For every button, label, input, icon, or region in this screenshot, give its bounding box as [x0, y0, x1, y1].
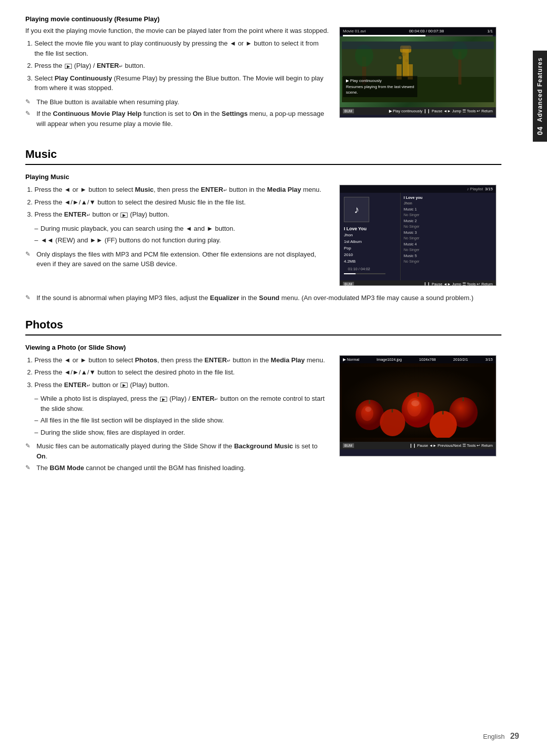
svg-rect-13 — [342, 41, 494, 49]
photo-bum-label: BUM — [343, 443, 356, 448]
music-year: 2010 — [344, 252, 396, 259]
music-step-1: Press the ◄ or ► button to select Music,… — [34, 185, 329, 195]
photos-screen-mock: ▶ Normal Image1024.jpg 1024x768 2010/2/1… — [339, 355, 496, 456]
movie-top-bar: Movie 01.avi 00:04:03 / 00:07:38 1/1 — [340, 27, 496, 35]
movie-step-2: Press the ▶ (Play) / ENTER↵ button. — [34, 61, 329, 71]
movie-bottom-bar: BUM ▶ Play continuously ❙❙ Pause ◄► Jump… — [340, 107, 496, 115]
photo-top-bar: ▶ Normal Image1024.jpg 1024x768 2010/2/1… — [340, 356, 496, 363]
movie-step-1: Select the movie file you want to play c… — [34, 38, 329, 58]
movie-subsection-heading: Playing movie continuously (Resume Play) — [25, 15, 501, 23]
photo-date: 2010/2/1 — [453, 357, 468, 362]
photos-step-1: Press the ◄ or ► button to select Photos… — [34, 355, 329, 365]
svg-rect-24 — [392, 409, 393, 412]
movie-overlay-line2: Resumes playing from the last viewed — [346, 84, 414, 90]
photos-section-heading: Photos — [25, 318, 501, 335]
footer-language: English — [483, 733, 505, 740]
svg-point-28 — [365, 407, 371, 412]
photo-resolution: 1024x768 — [419, 357, 436, 362]
music-dash-1: During music playback, you can search us… — [25, 224, 329, 234]
music-artist: Jhon — [344, 232, 396, 239]
movie-note-1: The Blue button is available when resumi… — [25, 97, 329, 107]
music-progress: 01:10 / 04:02 — [344, 265, 396, 273]
music-top-bar: ♪ Playlist 3/15 — [340, 185, 496, 193]
photos-note-2: The BGM Mode cannot be changed until the… — [25, 463, 329, 473]
music-info: I Love You Jhon 1st Album Pop 2010 4.2MB — [344, 225, 396, 265]
photo-bottom-bar: BUM ❙❙ Pause ◄► Previous/Next ☰ Tools ↩ … — [340, 442, 496, 449]
music-count: 3/15 — [485, 187, 493, 191]
photo-screen-inner — [340, 363, 496, 442]
movie-notes-list: The Blue button is available when resumi… — [25, 97, 329, 129]
svg-rect-26 — [442, 411, 444, 414]
svg-rect-20 — [417, 392, 419, 397]
music-section: Music Playing Music Press the ◄ or ► but… — [25, 148, 501, 303]
svg-point-27 — [411, 400, 419, 406]
movie-screen-inner: ▶ Play continuously Resumes playing from… — [340, 36, 496, 107]
photos-text-col: Press the ◄ or ► button to select Photos… — [25, 355, 329, 477]
movie-overlay-line1: ▶ Play continuously — [346, 78, 414, 83]
music-controls: ❙❙ Pause ◄► Jump ☰ Tools ↩ Return — [423, 282, 493, 286]
movie-note-2: If the Continuous Movie Play Help functi… — [25, 109, 329, 129]
photos-note-1: Music files can be automatically played … — [25, 441, 329, 461]
movie-overlay: ▶ Play continuously Resumes playing from… — [343, 76, 417, 97]
music-full-note: If the sound is abnormal when playing MP… — [25, 293, 501, 303]
music-left-panel: ♪ I Love You Jhon 1st Album Pop 2010 4.2… — [340, 193, 401, 280]
movie-section: Playing movie continuously (Resume Play)… — [25, 15, 501, 133]
movie-controls: ▶ Play continuously ❙❙ Pause ◄► Jump ☰ T… — [389, 109, 493, 113]
music-step-3: Press the ENTER↵ button or ▶ (Play) butt… — [34, 209, 329, 220]
main-content: Playing movie continuously (Resume Play)… — [0, 0, 527, 499]
music-subsection-heading: Playing Music — [25, 173, 501, 181]
photos-steps-list: Press the ◄ or ► button to select Photos… — [25, 355, 329, 390]
music-content: ♪ I Love You Jhon 1st Album Pop 2010 4.2… — [340, 193, 496, 280]
music-section-heading: Music — [25, 148, 501, 165]
photo-scene-svg — [342, 367, 494, 438]
music-bottom-bar: BUM ❙❙ Pause ◄► Jump ☰ Tools ↩ Return — [340, 280, 496, 286]
playlist-item-2: Music 1No Singer — [404, 206, 493, 218]
movie-filename: Movie 01.avi — [343, 29, 366, 33]
music-dash-2: ◄◄ (REW) and ►► (FF) buttons do not func… — [25, 235, 329, 245]
playlist-item-6: Music 5No Singer — [404, 253, 493, 265]
photos-screen-col: ▶ Normal Image1024.jpg 1024x768 2010/2/1… — [339, 355, 501, 477]
music-notes-list: Only displays the files with MP3 and PCM… — [25, 249, 329, 269]
music-note-1: Only displays the files with MP3 and PCM… — [25, 249, 329, 269]
svg-point-8 — [399, 56, 402, 59]
playlist-item-4: Music 3No Singer — [404, 230, 493, 241]
photos-step-3: Press the ENTER↵ button or ▶ (Play) butt… — [34, 380, 329, 390]
music-steps-list: Press the ◄ or ► button to select Music,… — [25, 185, 329, 220]
svg-point-23 — [380, 409, 405, 436]
movie-step-3: Select Play Continuously (Resume Play) b… — [34, 73, 329, 93]
photo-filename: Image1024.jpg — [377, 357, 402, 362]
movie-screen-col: Movie 01.avi 00:04:03 / 00:07:38 1/1 — [339, 27, 501, 133]
music-album: 1st Album — [344, 239, 396, 245]
music-bum-label: BUM — [343, 282, 356, 286]
music-screen-col: ♪ Playlist 3/15 ♪ I Love You Jhon 1st Al… — [339, 185, 501, 286]
playlist-item-1: I Love youJhon — [404, 195, 493, 206]
svg-point-6 — [402, 52, 406, 56]
photos-dash-3: During the slide show, files are display… — [25, 428, 329, 438]
music-screen-mock: ♪ Playlist 3/15 ♪ I Love You Jhon 1st Al… — [339, 185, 496, 286]
movie-count: 1/1 — [487, 29, 493, 33]
movie-overlay-line3: scene. — [346, 90, 414, 95]
music-time: 01:10 / 04:02 — [348, 267, 370, 271]
music-playlist: I Love youJhon Music 1No Singer Music 2N… — [401, 193, 496, 280]
footer-page-number: 29 — [510, 732, 519, 740]
movie-content-row: If you exit the playing movie function, … — [25, 27, 501, 133]
music-step-2: Press the ◄/►/▲/▼ button to select the d… — [34, 197, 329, 207]
music-playlist-label: ♪ Playlist — [467, 187, 483, 191]
photos-section: Photos Viewing a Photo (or Slide Show) P… — [25, 318, 501, 477]
photos-subsection-heading: Viewing a Photo (or Slide Show) — [25, 344, 501, 351]
page-footer: English 29 — [483, 732, 519, 741]
music-title: I Love You — [344, 225, 396, 232]
movie-text-col: If you exit the playing movie function, … — [25, 27, 329, 133]
movie-intro: If you exit the playing movie function, … — [25, 27, 329, 34]
svg-point-7 — [405, 59, 408, 62]
music-genre: Pop — [344, 245, 396, 252]
music-text-col: Press the ◄ or ► button to select Music,… — [25, 185, 329, 286]
playlist-item-5: Music 4No Singer — [404, 241, 493, 253]
movie-steps-list: Select the movie file you want to play c… — [25, 38, 329, 93]
movie-time: 00:04:03 / 00:07:38 — [409, 29, 444, 33]
photo-count: 3/15 — [485, 357, 493, 362]
chapter-number: 04 — [536, 126, 544, 135]
movie-bum-label: BUM — [343, 109, 356, 113]
photos-notes-list: Music files can be automatically played … — [25, 441, 329, 473]
chapter-label: Advanced Features — [536, 57, 543, 122]
